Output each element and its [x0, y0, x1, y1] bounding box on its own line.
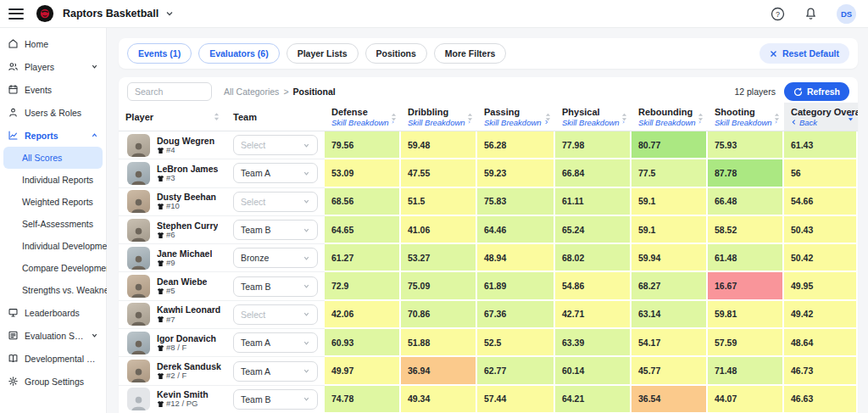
team-select[interactable]: Team A: [233, 163, 318, 183]
sort-icon[interactable]: [545, 112, 551, 121]
user-avatar[interactable]: DS: [837, 4, 856, 24]
score-cell-defense: 72.9: [325, 272, 401, 300]
score-cell-physical: 65.24: [555, 216, 632, 244]
chevron-down-icon: [303, 310, 310, 318]
sidebar-item-individual-development[interactable]: Individual Development: [0, 235, 106, 257]
person-silhouette-icon: [130, 394, 147, 410]
score-cell-category-overall: 49.95: [784, 272, 858, 300]
chevron-down-icon: [303, 367, 310, 375]
notifications-bell-icon[interactable]: [804, 7, 818, 21]
player-cell[interactable]: Kevin Smith #12 / PG: [119, 386, 226, 413]
sidebar-item-evaluation-settings[interactable]: Evaluation Settings: [0, 324, 106, 347]
score-cell-passing: 64.46: [477, 216, 555, 244]
sort-icon[interactable]: [214, 112, 220, 121]
filter-chip-positions[interactable]: Positions: [365, 43, 427, 64]
chevron-down-icon: [303, 170, 310, 177]
column-header-passing[interactable]: Passing Skill Breakdown: [477, 103, 555, 131]
score-cell-shooting: 61.48: [708, 244, 784, 272]
sidebar-item-developmental-resources[interactable]: Developmental Resources: [0, 347, 106, 370]
score-cell-category-overall: 49.42: [784, 301, 858, 329]
column-header-defense[interactable]: Defense Skill Breakdown: [325, 103, 401, 131]
column-header-category-overall[interactable]: Category Overall Back: [784, 103, 858, 131]
team-select[interactable]: Team B: [233, 220, 318, 240]
player-number: #3: [157, 174, 218, 183]
sidebar-item-leaderboards[interactable]: Leaderboards: [0, 301, 106, 324]
jersey-icon: [157, 232, 164, 239]
sort-icon[interactable]: [848, 112, 854, 121]
skill-breakdown-link[interactable]: Skill Breakdown: [484, 118, 548, 127]
team-select[interactable]: Team B: [233, 389, 318, 410]
team-select[interactable]: Select: [233, 304, 318, 325]
sort-icon[interactable]: [698, 112, 704, 121]
player-cell[interactable]: Doug Wegren #4: [119, 131, 226, 159]
team-select[interactable]: Team A: [233, 361, 318, 382]
player-cell[interactable]: Derek Sandusky #2 / F: [119, 357, 226, 385]
player-cell[interactable]: Jane Michael #9: [119, 244, 226, 272]
player-column-header[interactable]: Player: [119, 103, 226, 131]
filter-chip-evaluators-6-[interactable]: Evaluators (6): [198, 43, 279, 64]
team-select[interactable]: Select: [233, 192, 318, 212]
reset-default-button[interactable]: Reset Default: [760, 43, 849, 64]
player-cell[interactable]: Igor Donavich #8 / F: [119, 329, 226, 357]
breadcrumb-parent[interactable]: All Categories: [224, 87, 279, 97]
sort-icon[interactable]: [621, 112, 627, 121]
skill-breakdown-link[interactable]: Skill Breakdown: [408, 118, 470, 127]
skill-breakdown-link[interactable]: Skill Breakdown: [331, 118, 394, 127]
player-avatar: [127, 303, 150, 326]
column-header-shooting[interactable]: Shooting Skill Breakdown: [708, 103, 784, 131]
sidebar-item-strengths-vs-weaknesses[interactable]: Strengths vs. Weaknesses: [0, 279, 106, 301]
score-cell-dribbling: 49.34: [401, 386, 477, 413]
sort-icon[interactable]: [467, 112, 473, 121]
filter-chip-more-filters[interactable]: More Filters: [434, 43, 507, 64]
table-row: Jane Michael #9 Bronze 61.2753.2748.9468…: [119, 244, 858, 272]
player-cell[interactable]: Dean Wiebe #5: [119, 272, 226, 300]
sidebar-item-self-assessments[interactable]: Self-Assessments: [0, 213, 106, 235]
help-icon[interactable]: ?: [771, 7, 785, 21]
team-select[interactable]: Team B: [233, 276, 318, 297]
team-select-value: Select: [241, 140, 265, 150]
sidebar-item-users-roles[interactable]: Users & Roles: [0, 101, 106, 124]
score-cell-defense: 60.93: [325, 329, 401, 357]
team-select[interactable]: Select: [233, 135, 318, 155]
search-input[interactable]: [127, 82, 212, 101]
team-select[interactable]: Bronze: [233, 248, 318, 268]
player-cell[interactable]: Kawhi Leonard #7: [119, 301, 226, 329]
sidebar-item-home[interactable]: Home: [0, 32, 106, 55]
filter-chip-player-lists[interactable]: Player Lists: [287, 43, 359, 64]
player-cell[interactable]: LeBron James #3: [119, 159, 226, 187]
team-name[interactable]: Raptors Basketball: [63, 8, 159, 20]
score-cell-defense: 61.27: [325, 244, 401, 272]
skill-breakdown-link[interactable]: Skill Breakdown: [638, 118, 701, 127]
player-avatar: [127, 134, 150, 157]
score-cell-category-overall: 61.43: [784, 131, 858, 159]
player-cell[interactable]: Dusty Beehan #10: [119, 188, 226, 216]
sort-icon[interactable]: [774, 112, 780, 121]
menu-icon[interactable]: [8, 8, 24, 20]
column-header-physical[interactable]: Physical Skill Breakdown: [555, 103, 632, 131]
sidebar-item-events[interactable]: Events: [0, 78, 106, 101]
svg-text:?: ?: [776, 10, 780, 19]
score-cell-rebounding: 36.54: [632, 386, 708, 413]
sidebar-item-all-scores[interactable]: All Scores: [3, 147, 103, 169]
score-cell-category-overall: 50.43: [784, 216, 858, 244]
sort-icon[interactable]: [391, 112, 397, 121]
chevron-down-icon: [303, 339, 310, 347]
skill-breakdown-link[interactable]: Skill Breakdown: [562, 118, 625, 127]
sidebar-item-weighted-reports[interactable]: Weighted Reports: [0, 191, 106, 213]
player-cell[interactable]: Stephen Curry #6: [119, 216, 226, 244]
refresh-button[interactable]: Refresh: [784, 82, 849, 101]
team-select[interactable]: Team A: [233, 332, 318, 353]
skill-breakdown-link[interactable]: Skill Breakdown: [715, 118, 777, 127]
column-header-dribbling[interactable]: Dribbling Skill Breakdown: [401, 103, 477, 131]
sidebar-item-group-settings[interactable]: Group Settings: [0, 370, 106, 393]
column-header-rebounding[interactable]: Rebounding Skill Breakdown: [632, 103, 708, 131]
chevron-down-icon[interactable]: [165, 9, 174, 18]
score-cell-passing: 62.77: [477, 357, 555, 385]
back-link[interactable]: Back: [791, 118, 851, 127]
sidebar-item-individual-reports[interactable]: Individual Reports: [0, 169, 106, 191]
sidebar-item-players[interactable]: Players: [0, 55, 106, 78]
sidebar-item-compare-development[interactable]: Compare Development: [0, 257, 106, 279]
sidebar-item-reports[interactable]: Reports: [0, 124, 106, 147]
filter-chip-events-1-[interactable]: Events (1): [127, 43, 192, 64]
player-number: #8 / F: [157, 343, 216, 353]
